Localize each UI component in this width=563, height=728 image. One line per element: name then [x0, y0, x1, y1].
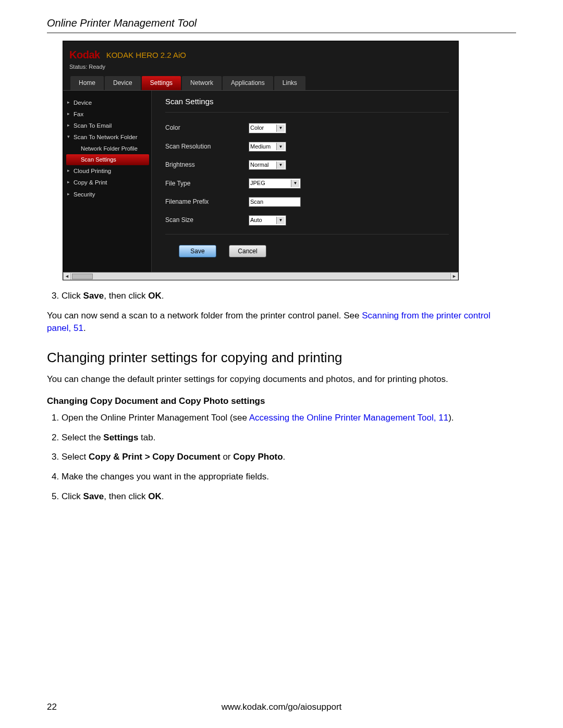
select-brightness-value: Normal [250, 161, 268, 169]
tab-links[interactable]: Links [274, 76, 305, 90]
text: , then click [104, 291, 148, 301]
select-filetype-value: JPEG [250, 179, 265, 187]
text-bold: Settings [103, 433, 138, 442]
status-line: Status: Ready [63, 62, 458, 76]
text: , then click [104, 491, 148, 501]
sidebar-sub-scan-settings[interactable]: Scan Settings [66, 154, 149, 165]
link-accessing-tool[interactable]: Accessing the Online Printer Management … [249, 413, 448, 423]
text: Click [62, 291, 83, 301]
text: Open the Online Printer Management Tool … [62, 413, 249, 423]
step-3: Click Save, then click OK. [62, 290, 516, 302]
text: You can now send a scan to a network fol… [47, 311, 362, 320]
text: or [221, 452, 234, 462]
device-model: KODAK HERO 2.2 AiO [106, 50, 186, 60]
chevron-down-icon: ▼ [276, 162, 285, 169]
select-resolution-value: Medium [250, 143, 271, 151]
text-bold: Copy & Print > Copy Document [89, 452, 221, 462]
cancel-button[interactable]: Cancel [229, 245, 266, 258]
text-bold: Save [83, 491, 104, 501]
tab-settings[interactable]: Settings [142, 76, 181, 90]
step-2: Select the Settings tab. [62, 431, 516, 444]
label-prefix: Filename Prefix [165, 198, 238, 206]
chevron-down-icon: ▼ [276, 217, 285, 224]
step-list: Open the Online Printer Management Tool … [47, 412, 516, 503]
select-color-value: Color [250, 124, 264, 132]
tab-bar: Home Device Settings Network Application… [63, 76, 458, 90]
step-4: Make the changes you want in the appropr… [62, 471, 516, 483]
sidebar-sub-network-folder-profile[interactable]: Network Folder Profile [66, 143, 149, 154]
step-5: Click Save, then click OK. [62, 490, 516, 503]
settings-pane: Scan Settings Color Color ▼ Scan Resolut… [152, 91, 458, 272]
sidebar-item-copy-print[interactable]: Copy & Print [66, 177, 149, 188]
text: Click [62, 491, 83, 501]
select-color[interactable]: Color ▼ [249, 123, 286, 133]
label-resolution: Scan Resolution [165, 142, 238, 151]
tab-applications[interactable]: Applications [223, 76, 273, 90]
text-bold: OK [148, 491, 162, 501]
sidebar-item-cloud-printing[interactable]: Cloud Printing [66, 165, 149, 177]
chevron-down-icon: ▼ [291, 180, 299, 187]
text-bold: Save [83, 291, 104, 301]
section-heading: Changing printer settings for copying an… [47, 348, 516, 367]
label-color: Color [165, 124, 238, 132]
input-filename-prefix[interactable]: Scan [249, 197, 301, 207]
text-bold: Copy Photo [233, 452, 283, 462]
sidebar-item-scan-to-email[interactable]: Scan To Email [66, 120, 149, 131]
subsection-heading: Changing Copy Document and Copy Photo se… [47, 395, 516, 408]
input-prefix-value: Scan [250, 198, 263, 206]
text: . [83, 323, 86, 333]
sidebar-item-security[interactable]: Security [66, 189, 149, 200]
status-label: Status: [69, 64, 87, 70]
save-button[interactable]: Save [179, 245, 216, 258]
text: Select [62, 452, 89, 462]
paragraph: You can change the default printer setti… [47, 373, 516, 386]
sidebar-item-device[interactable]: Device [66, 97, 149, 108]
select-brightness[interactable]: Normal ▼ [249, 160, 286, 170]
scroll-right-icon[interactable]: ► [450, 273, 458, 280]
text: . [283, 452, 286, 462]
scroll-left-icon[interactable]: ◄ [63, 273, 71, 280]
step-list-continued: Click Save, then click OK. [47, 290, 516, 302]
chevron-down-icon: ▼ [276, 143, 285, 150]
tab-device[interactable]: Device [105, 76, 141, 90]
document-header: Online Printer Management Tool [47, 16, 516, 33]
chevron-down-icon: ▼ [276, 125, 285, 132]
tab-home[interactable]: Home [70, 76, 104, 90]
step-3b: Select Copy & Print > Copy Document or C… [62, 451, 516, 463]
text-bold: OK [148, 291, 162, 301]
label-scansize: Scan Size [165, 216, 238, 225]
scroll-thumb[interactable] [72, 274, 93, 279]
brand-logo: Kodak [69, 47, 100, 62]
text: tab. [138, 433, 155, 442]
screenshot-panel: Kodak KODAK HERO 2.2 AiO Status: Ready H… [63, 41, 459, 280]
paragraph: You can now send a scan to a network fol… [47, 310, 516, 335]
footer-url: www.kodak.com/go/aiosupport [47, 701, 516, 713]
label-filetype: File Type [165, 179, 238, 188]
select-resolution[interactable]: Medium ▼ [249, 142, 286, 152]
page-footer: 22 www.kodak.com/go/aiosupport [47, 701, 516, 713]
sidebar-item-fax[interactable]: Fax [66, 108, 149, 120]
select-filetype[interactable]: JPEG ▼ [249, 178, 301, 188]
text: . [162, 491, 164, 501]
step-1: Open the Online Printer Management Tool … [62, 412, 516, 424]
sidebar-item-scan-to-network[interactable]: Scan To Network Folder [66, 131, 149, 143]
horizontal-scrollbar[interactable]: ◄ ► [63, 272, 458, 280]
select-scansize[interactable]: Auto ▼ [249, 215, 286, 225]
text: . [162, 291, 164, 301]
pane-title: Scan Settings [165, 96, 449, 113]
label-brightness: Brightness [165, 161, 238, 169]
status-value: Ready [89, 64, 105, 70]
settings-sidebar: Device Fax Scan To Email Scan To Network… [63, 91, 152, 272]
text: ). [448, 413, 454, 423]
tab-network[interactable]: Network [182, 76, 222, 90]
select-scansize-value: Auto [250, 216, 262, 224]
text: Select the [62, 433, 103, 442]
